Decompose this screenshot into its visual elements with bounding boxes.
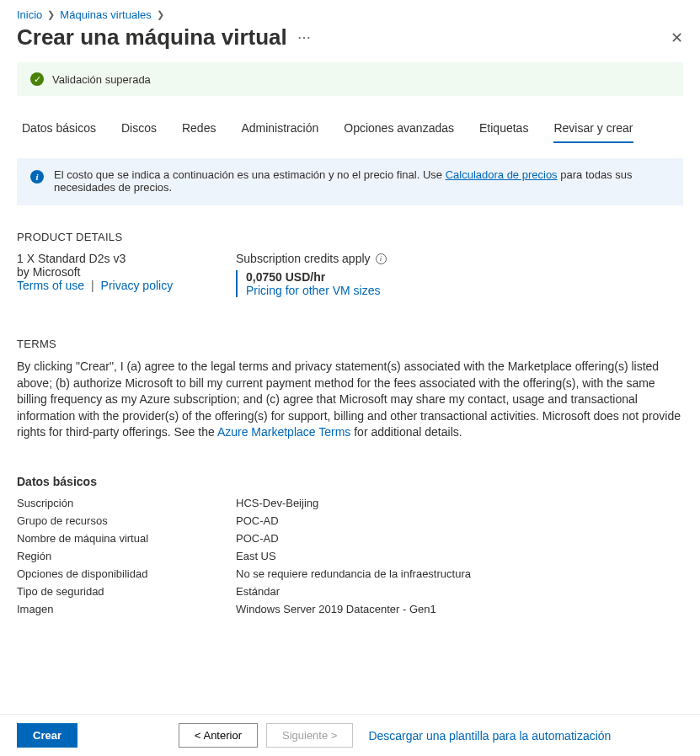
breadcrumb: Inicio ❯ Máquinas virtuales ❯ bbox=[0, 0, 700, 24]
tab-advanced[interactable]: Opciones avanzadas bbox=[344, 116, 454, 143]
product-sku: 1 X Standard D2s v3 bbox=[17, 252, 185, 265]
chevron-right-icon: ❯ bbox=[157, 9, 164, 20]
kv-key: Región bbox=[17, 550, 227, 562]
terms-paragraph: By clicking "Crear", I (a) agree to the … bbox=[17, 359, 683, 441]
basics-table: Suscripción HCS-Dev-Beijing Grupo de rec… bbox=[17, 497, 683, 615]
validation-text: Validación superada bbox=[52, 73, 151, 86]
download-template-link[interactable]: Descargar una plantilla para la automati… bbox=[368, 729, 611, 743]
kv-key: Imagen bbox=[17, 603, 227, 615]
close-icon[interactable]: ✕ bbox=[671, 29, 683, 47]
main-scroll[interactable]: Datos básicos Discos Redes Administració… bbox=[0, 109, 700, 714]
kv-key: Opciones de disponibilidad bbox=[17, 567, 227, 580]
tabs: Datos básicos Discos Redes Administració… bbox=[17, 116, 683, 143]
privacy-policy-link[interactable]: Privacy policy bbox=[101, 279, 174, 292]
cost-info-banner: i El costo que se indica a continuación … bbox=[17, 158, 683, 205]
kv-key: Tipo de seguridad bbox=[17, 585, 227, 598]
info-outline-icon[interactable]: i bbox=[376, 253, 387, 264]
pipe-separator: | bbox=[91, 279, 94, 292]
validation-banner: ✓ Validación superada bbox=[17, 62, 683, 96]
terms-heading: TERMS bbox=[17, 338, 683, 350]
tab-tags[interactable]: Etiquetas bbox=[479, 116, 528, 143]
kv-value: Estándar bbox=[236, 585, 683, 598]
other-sizes-pricing-link[interactable]: Pricing for other VM sizes bbox=[246, 284, 381, 297]
previous-button[interactable]: < Anterior bbox=[179, 723, 258, 748]
kv-key: Grupo de recursos bbox=[17, 514, 227, 527]
basics-heading: Datos básicos bbox=[17, 475, 683, 488]
kv-value: East US bbox=[236, 550, 683, 562]
tab-review[interactable]: Revisar y crear bbox=[553, 116, 633, 143]
kv-value: Windows Server 2019 Datacenter - Gen1 bbox=[236, 603, 683, 615]
kv-value: No se requiere redundancia de la infraes… bbox=[236, 567, 683, 580]
kv-value: POC-AD bbox=[236, 514, 683, 527]
terms-body-after: for additional details. bbox=[354, 425, 462, 439]
check-circle-icon: ✓ bbox=[30, 72, 44, 86]
next-button: Siguiente > bbox=[266, 723, 353, 748]
kv-value: HCS-Dev-Beijing bbox=[236, 497, 683, 509]
tab-basics[interactable]: Datos básicos bbox=[22, 116, 96, 143]
product-publisher: by Microsoft bbox=[17, 265, 185, 279]
product-details-heading: PRODUCT DETAILS bbox=[17, 231, 683, 243]
pricing-calculator-link[interactable]: Calculadora de precios bbox=[446, 168, 558, 181]
chevron-right-icon: ❯ bbox=[47, 9, 55, 20]
create-button[interactable]: Crear bbox=[17, 723, 77, 748]
kv-key: Nombre de máquina virtual bbox=[17, 532, 227, 545]
breadcrumb-vm[interactable]: Máquinas virtuales bbox=[60, 8, 151, 21]
kv-value: POC-AD bbox=[236, 532, 683, 545]
more-actions-icon[interactable]: ⋯ bbox=[297, 29, 313, 45]
wizard-footer: Crear < Anterior Siguiente > Descargar u… bbox=[0, 714, 700, 756]
hourly-price: 0,0750 USD/hr bbox=[246, 270, 387, 284]
tab-disks[interactable]: Discos bbox=[121, 116, 157, 143]
tab-networking[interactable]: Redes bbox=[182, 116, 216, 143]
marketplace-terms-link[interactable]: Azure Marketplace Terms bbox=[217, 425, 350, 439]
terms-of-use-link[interactable]: Terms of use bbox=[17, 279, 84, 292]
breadcrumb-home[interactable]: Inicio bbox=[17, 8, 42, 21]
page-title: Crear una máquina virtual bbox=[17, 24, 287, 51]
tab-management[interactable]: Administración bbox=[241, 116, 318, 143]
credits-label: Subscription credits apply bbox=[236, 252, 371, 265]
kv-key: Suscripción bbox=[17, 497, 227, 509]
info-icon: i bbox=[30, 170, 44, 184]
cost-info-text: El costo que se indica a continuación es… bbox=[54, 168, 446, 181]
